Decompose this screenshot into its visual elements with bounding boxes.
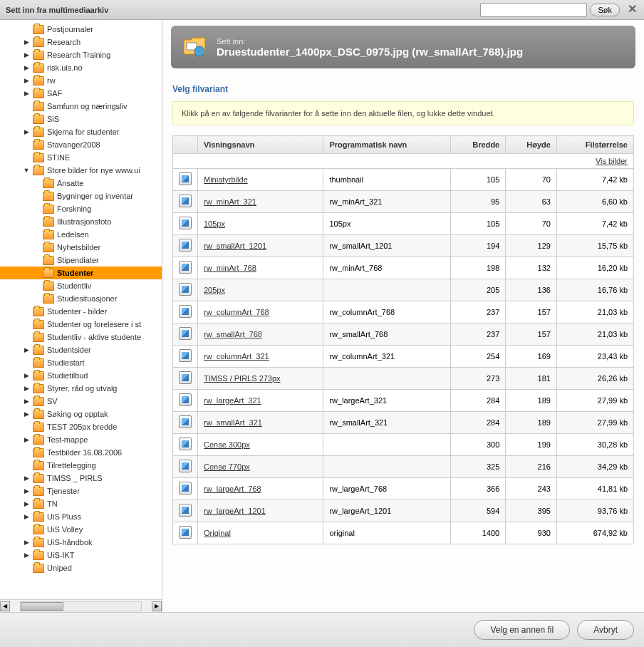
table-row[interactable]: Miniatyrbildethumbnail105707,42 kb [173, 169, 634, 191]
tree-item[interactable]: ▶UiS-håndbok [0, 536, 162, 549]
tree-item[interactable]: Forskning [0, 202, 162, 215]
tree-item[interactable]: ▶Tjenester [0, 485, 162, 497]
tree-item[interactable]: Studenter og forelesere i st [0, 318, 162, 331]
variant-name-link[interactable]: rw_smallArt_321 [204, 418, 262, 427]
tree-item[interactable]: ▶UiS Pluss [0, 510, 162, 523]
tree-item[interactable]: UiS Volley [0, 523, 162, 536]
variant-name-link[interactable]: rw_largeArt_1201 [204, 507, 266, 515]
table-row[interactable]: Originaloriginal1400930674,92 kb [173, 522, 634, 544]
scroll-thumb[interactable] [21, 602, 63, 611]
expand-right-icon[interactable]: ▶ [23, 513, 30, 520]
variant-name-link[interactable]: Original [204, 529, 231, 537]
table-row[interactable]: 205px20513616,76 kb [173, 279, 634, 301]
variant-name-link[interactable]: rw_largeArt_321 [204, 396, 261, 405]
tree-item[interactable]: Stipendiater [0, 254, 162, 266]
variant-name-link[interactable]: rw_columnArt_768 [204, 308, 269, 316]
tree-item[interactable]: ▶SAF [0, 87, 162, 100]
close-icon[interactable]: ✕ [625, 4, 638, 16]
variant-name-link[interactable]: rw_minArt_768 [204, 264, 256, 272]
tree-item[interactable]: Postjournaler [0, 23, 162, 36]
expand-right-icon[interactable]: ▶ [23, 436, 30, 443]
tree-item[interactable]: ▶rw [0, 74, 162, 87]
expand-right-icon[interactable]: ▶ [23, 500, 30, 507]
variant-name-link[interactable]: TIMSS / PIRLS 273px [204, 374, 281, 383]
col-name[interactable]: Visningsnavn [198, 136, 323, 154]
tree-item[interactable]: ▶Research Training [0, 48, 162, 61]
cancel-button[interactable]: Avbryt [577, 620, 634, 640]
table-row[interactable]: rw_minArt_768rw_minArt_76819813216,20 kb [173, 257, 634, 279]
variant-name-link[interactable]: rw_columnArt_321 [204, 352, 269, 361]
tree-item[interactable]: ▶Studietilbud [0, 369, 162, 382]
tree-item[interactable]: Studiesituasjoner [0, 292, 162, 305]
variant-name-link[interactable]: Cense 770px [204, 462, 250, 471]
scroll-right-icon[interactable]: ▶ [152, 601, 162, 611]
expand-right-icon[interactable]: ▶ [23, 51, 30, 58]
table-row[interactable]: TIMSS / PIRLS 273px27318126,26 kb [173, 368, 634, 390]
tree-item[interactable]: ▶SV [0, 395, 162, 408]
expand-right-icon[interactable]: ▶ [23, 552, 30, 559]
variant-name-link[interactable]: Miniatyrbilde [204, 175, 248, 184]
col-prog[interactable]: Programmatisk navn [323, 136, 450, 154]
col-height[interactable]: Høyde [506, 136, 557, 154]
variant-name-link[interactable]: Cense 300px [204, 440, 250, 449]
expand-right-icon[interactable]: ▶ [23, 128, 30, 135]
variant-name-link[interactable]: rw_minArt_321 [204, 197, 256, 206]
variant-name-link[interactable]: rw_smallArt_1201 [204, 242, 266, 250]
tree-item[interactable]: Illustrasjonsfoto [0, 215, 162, 228]
variant-name-link[interactable]: 205px [204, 286, 225, 294]
table-row[interactable]: Cense 770px32521634,29 kb [173, 456, 634, 478]
tree-item[interactable]: Studiestart [0, 356, 162, 369]
tree-item[interactable]: ▶Studentsider [0, 343, 162, 356]
tree-item[interactable]: Tilrettelegging [0, 459, 162, 472]
tree-item[interactable]: ▶TIMSS _ PIRLS [0, 472, 162, 485]
search-input[interactable] [480, 3, 587, 17]
table-row[interactable]: rw_largeArt_1201rw_largeArt_120159439593… [173, 500, 634, 522]
tree-item[interactable]: Ledelsen [0, 228, 162, 241]
tree-item[interactable]: Testbilder 16.08.2006 [0, 446, 162, 459]
tree-item[interactable]: Studentliv [0, 279, 162, 292]
table-row[interactable]: Cense 300px30019930,28 kb [173, 434, 634, 456]
variant-name-link[interactable]: rw_largeArt_768 [204, 485, 261, 493]
tree-item[interactable]: ▶Test-mappe [0, 433, 162, 446]
tree-item[interactable]: Studenter - bilder [0, 305, 162, 318]
choose-other-file-button[interactable]: Velg en annen fil [474, 620, 570, 640]
col-size[interactable]: Filstørrelse [556, 136, 633, 154]
folder-tree[interactable]: Postjournaler▶Research▶Research Training… [0, 20, 162, 599]
tree-item[interactable]: ▶Skjema for studenter [0, 125, 162, 138]
table-row[interactable]: rw_smallArt_768rw_smallArt_76823715721,0… [173, 324, 634, 346]
tree-item[interactable]: Uniped [0, 561, 162, 574]
tree-item[interactable]: ▼Store bilder for nye www.ui [0, 164, 162, 177]
table-row[interactable]: rw_columnArt_321rw_columnArt_32125416923… [173, 346, 634, 368]
tree-item[interactable]: Ansatte [0, 177, 162, 190]
tree-item[interactable]: STINE [0, 151, 162, 164]
expand-right-icon[interactable]: ▶ [23, 385, 30, 392]
variant-name-link[interactable]: 105px [204, 219, 225, 228]
expand-right-icon[interactable]: ▶ [23, 539, 30, 546]
tree-item[interactable]: Stavanger2008 [0, 138, 162, 151]
table-row[interactable]: rw_smallArt_321rw_smallArt_32128418927,9… [173, 412, 634, 434]
expand-right-icon[interactable]: ▶ [23, 398, 30, 405]
table-row[interactable]: rw_largeArt_768rw_largeArt_76836624341,8… [173, 478, 634, 500]
expand-down-icon[interactable]: ▼ [23, 167, 30, 174]
scroll-track[interactable] [20, 601, 142, 611]
tree-item[interactable]: ▶risk.uis.no [0, 61, 162, 74]
col-width[interactable]: Bredde [450, 136, 506, 154]
table-row[interactable]: 105px105px105707,42 kb [173, 213, 634, 235]
expand-right-icon[interactable]: ▶ [23, 487, 30, 495]
expand-right-icon[interactable]: ▶ [23, 346, 30, 353]
variant-name-link[interactable]: rw_smallArt_768 [204, 330, 262, 338]
expand-right-icon[interactable]: ▶ [23, 38, 30, 46]
table-row[interactable]: rw_largeArt_321rw_largeArt_32128418927,9… [173, 390, 634, 412]
table-row[interactable]: rw_minArt_321rw_minArt_32195636,60 kb [173, 191, 634, 213]
table-row[interactable]: rw_smallArt_1201rw_smallArt_120119412915… [173, 235, 634, 257]
tree-item[interactable]: ▶UiS-IKT [0, 549, 162, 561]
tree-item[interactable]: Studentliv - aktive studente [0, 331, 162, 343]
expand-right-icon[interactable]: ▶ [23, 372, 30, 379]
expand-right-icon[interactable]: ▶ [23, 90, 30, 97]
tree-item[interactable]: TEST 205px bredde [0, 420, 162, 433]
tree-item[interactable]: SiS [0, 113, 162, 125]
expand-right-icon[interactable]: ▶ [23, 475, 30, 482]
tree-item[interactable]: Bygninger og inventar [0, 190, 162, 202]
expand-right-icon[interactable]: ▶ [23, 64, 30, 71]
tree-item[interactable]: ▶Styrer, råd og utvalg [0, 382, 162, 395]
